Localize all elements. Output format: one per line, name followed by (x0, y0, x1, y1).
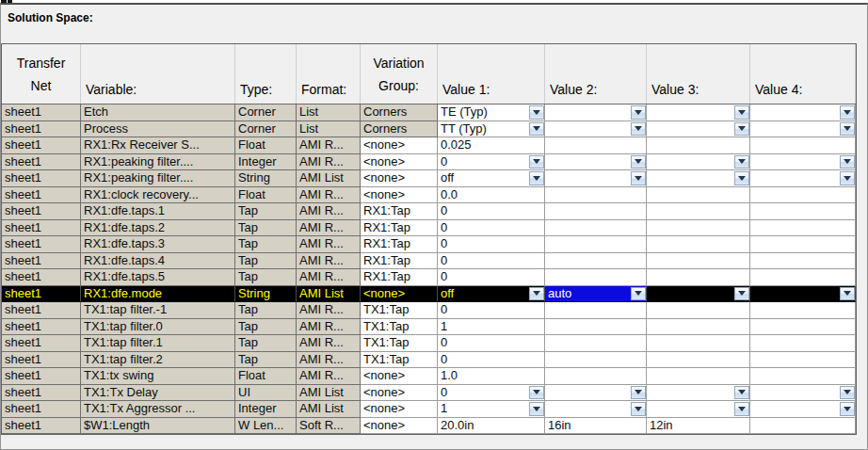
cell-value-2[interactable]: 16in (545, 418, 647, 435)
cell-transfer-net[interactable]: sheet1 (2, 187, 81, 204)
cell-transfer-net[interactable]: sheet1 (2, 253, 81, 270)
cell-type[interactable]: String (235, 286, 297, 303)
cell-value-4[interactable] (750, 385, 856, 402)
cell-variation-group[interactable]: <none> (361, 137, 438, 154)
cell-value-2[interactable] (545, 352, 647, 369)
cell-transfer-net[interactable]: sheet1 (2, 104, 81, 121)
cell-type[interactable]: Tap (235, 319, 297, 336)
cell-value-4[interactable] (750, 352, 856, 369)
cell-format[interactable]: AMI R... (297, 368, 361, 385)
dropdown-button[interactable] (840, 402, 855, 416)
cell-value-2[interactable] (545, 385, 647, 402)
cell-value-3[interactable] (647, 269, 750, 286)
cell-value-1[interactable]: TT (Typ) (438, 121, 545, 138)
dropdown-button[interactable] (529, 402, 544, 416)
cell-type[interactable]: W Len... (235, 418, 297, 435)
cell-value-3[interactable] (647, 154, 750, 171)
cell-value-1[interactable]: 0 (438, 385, 545, 402)
cell-format[interactable]: AMI R... (297, 187, 361, 204)
cell-variation-group[interactable]: <none> (361, 385, 438, 402)
cell-variable[interactable]: TX1:tap filter.1 (81, 335, 235, 352)
cell-variation-group[interactable]: RX1:Tap (361, 269, 438, 286)
cell-value-3[interactable] (647, 253, 750, 270)
cell-format[interactable]: AMI R... (297, 137, 361, 154)
cell-value-2[interactable] (545, 187, 647, 204)
cell-value-3[interactable] (647, 302, 750, 319)
cell-value-4[interactable] (750, 368, 856, 385)
cell-variation-group[interactable]: RX1:Tap (361, 253, 438, 270)
cell-format[interactable]: Soft R... (297, 418, 361, 435)
cell-value-1[interactable]: 1 (438, 319, 545, 336)
cell-value-2[interactable] (545, 335, 647, 352)
cell-transfer-net[interactable]: sheet1 (2, 220, 81, 237)
cell-variation-group[interactable]: <none> (361, 187, 438, 204)
cell-value-4[interactable] (750, 286, 856, 303)
dropdown-button[interactable] (734, 155, 749, 169)
cell-value-1[interactable]: 0.0 (438, 187, 545, 204)
cell-value-1[interactable]: 0 (438, 236, 545, 253)
cell-value-3[interactable] (647, 121, 750, 138)
cell-type[interactable]: Tap (235, 335, 297, 352)
cell-variable[interactable]: TX1:tap filter.0 (81, 319, 235, 336)
cell-type[interactable]: Tap (235, 203, 297, 220)
cell-value-4[interactable] (750, 170, 856, 187)
cell-type[interactable]: Corner (235, 121, 297, 138)
cell-variation-group[interactable]: RX1:Tap (361, 203, 438, 220)
dropdown-button[interactable] (529, 155, 544, 169)
cell-variation-group[interactable]: TX1:Tap (361, 352, 438, 369)
cell-format[interactable]: AMI List (297, 286, 361, 303)
cell-format[interactable]: AMI R... (297, 236, 361, 253)
cell-variable[interactable]: RX1:dfe.mode (81, 286, 235, 303)
cell-value-4[interactable] (750, 236, 856, 253)
cell-type[interactable]: Float (235, 137, 297, 154)
cell-type[interactable]: Corner (235, 104, 297, 121)
cell-variation-group[interactable]: TX1:Tap (361, 319, 438, 336)
cell-value-2[interactable] (545, 269, 647, 286)
cell-value-1[interactable]: 1.0 (438, 368, 545, 385)
cell-transfer-net[interactable]: sheet1 (2, 319, 81, 336)
cell-variable[interactable]: RX1:dfe.taps.5 (81, 269, 235, 286)
cell-variable[interactable]: $W1:Length (81, 418, 235, 435)
cell-variable[interactable]: TX1:Tx Aggressor ... (81, 401, 235, 418)
cell-value-3[interactable] (647, 319, 750, 336)
cell-format[interactable]: AMI R... (297, 253, 361, 270)
dropdown-button[interactable] (631, 287, 646, 301)
cell-value-4[interactable] (750, 220, 856, 237)
cell-format[interactable]: AMI R... (297, 335, 361, 352)
dropdown-button[interactable] (529, 122, 544, 137)
cell-value-3[interactable] (647, 286, 750, 303)
cell-value-1[interactable]: 0 (438, 302, 545, 319)
cell-variation-group[interactable]: <none> (361, 154, 438, 171)
cell-type[interactable]: Tap (235, 236, 297, 253)
cell-type[interactable]: Integer (235, 154, 297, 171)
cell-value-2[interactable] (545, 170, 647, 187)
cell-value-1[interactable]: 0 (438, 269, 545, 286)
cell-variation-group[interactable]: TX1:Tap (361, 335, 438, 352)
cell-value-2[interactable] (545, 203, 647, 220)
dropdown-button[interactable] (631, 122, 646, 137)
cell-variable[interactable]: RX1:clock recovery... (81, 187, 235, 204)
cell-value-3[interactable] (647, 203, 750, 220)
cell-value-4[interactable] (750, 187, 856, 204)
cell-value-1[interactable]: 0 (438, 253, 545, 270)
cell-value-4[interactable] (750, 319, 856, 336)
cell-value-4[interactable] (750, 418, 856, 435)
cell-format[interactable]: AMI R... (297, 352, 361, 369)
cell-transfer-net[interactable]: sheet1 (2, 137, 81, 154)
cell-value-4[interactable] (750, 203, 856, 220)
cell-variable[interactable]: TX1:tap filter.2 (81, 352, 235, 369)
dropdown-button[interactable] (631, 386, 646, 400)
dropdown-button[interactable] (529, 105, 544, 120)
cell-value-3[interactable] (647, 385, 750, 402)
cell-transfer-net[interactable]: sheet1 (2, 154, 81, 171)
cell-variation-group[interactable]: <none> (361, 401, 438, 418)
cell-type[interactable]: Float (235, 187, 297, 204)
cell-value-1[interactable]: 0 (438, 154, 545, 171)
cell-value-3[interactable] (647, 137, 750, 154)
cell-value-3[interactable] (647, 170, 750, 187)
cell-transfer-net[interactable]: sheet1 (2, 170, 81, 187)
cell-variation-group[interactable]: RX1:Tap (361, 220, 438, 237)
cell-variable[interactable]: RX1:peaking filter.... (81, 170, 235, 187)
cell-type[interactable]: Tap (235, 253, 297, 270)
cell-value-2[interactable] (545, 236, 647, 253)
